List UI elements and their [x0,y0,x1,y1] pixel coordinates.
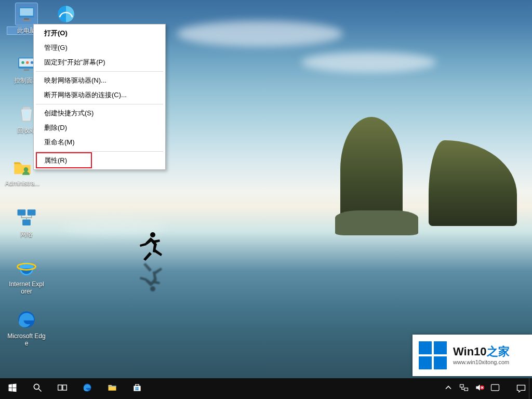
wallpaper-runner-reflection [135,262,166,294]
taskbar-search-button[interactable] [25,378,50,399]
svg-point-21 [34,384,39,389]
tray-ime-button[interactable] [487,378,503,399]
tray-vol-button[interactable] [472,378,487,399]
volume-muted-icon [474,382,485,395]
taskview-icon [57,382,68,395]
svg-rect-5 [22,20,31,21]
context-menu-item[interactable]: 断开网络驱动器的连接(C)... [35,88,164,102]
watermark-brand: Win10之家 [453,345,510,357]
taskbar-edge-button[interactable] [75,378,100,399]
taskbar-store-button[interactable] [125,378,150,399]
windows-icon [7,382,18,395]
svg-rect-13 [23,107,30,109]
chevron-up-icon [443,382,454,395]
action-center-icon[interactable] [513,378,529,399]
svg-rect-3 [20,8,33,16]
userfolder-icon [11,156,33,178]
svg-point-10 [26,61,29,64]
desktop-icon-edge[interactable]: Microsoft Edge [7,309,46,347]
taskbar-explorer-button[interactable] [100,378,125,399]
svg-rect-4 [24,18,29,20]
show-desktop-button[interactable] [529,378,532,399]
wallpaper-rock [335,210,418,235]
svg-point-1 [150,286,155,291]
wallpaper-cloud [301,52,436,73]
context-menu-item[interactable]: 打开(O) [35,26,164,41]
desktop-icon-label: Internet Explorer [7,281,46,295]
ie-icon [16,257,37,278]
network-tray-icon [459,382,469,395]
svg-point-0 [150,232,155,237]
context-menu[interactable]: 打开(O)管理(G)固定到"开始"屏幕(P)映射网络驱动器(N)...断开网络驱… [33,24,166,170]
svg-rect-23 [63,385,66,390]
system-tray[interactable] [441,378,532,399]
context-menu-item[interactable]: 固定到"开始"屏幕(P) [35,55,164,70]
context-menu-item[interactable]: 重命名(M) [35,135,164,150]
desktop-icon-label: 网络 [7,231,46,238]
windows-logo-icon [419,341,447,369]
desktop-icon-label: Administra... [3,180,42,187]
ime-icon [490,382,500,395]
explorer-icon [107,382,117,395]
desktop[interactable]: 此电脑控制面板回收站Administra...网络Internet Explor… [0,0,532,399]
svg-rect-17 [22,220,31,225]
svg-rect-28 [491,384,499,391]
context-menu-item[interactable]: 属性(R) [35,153,164,168]
desktop-icon-label: Microsoft Edge [7,332,46,347]
qqbrowser-icon [55,3,77,25]
desktop-icon-network[interactable]: 网络 [7,207,46,238]
edge-icon [16,309,37,330]
svg-rect-15 [18,209,26,215]
svg-rect-16 [28,209,36,215]
context-menu-separator [36,104,163,104]
network-icon [16,207,37,229]
tray-chevron-button[interactable] [441,378,456,399]
wallpaper-runner [135,230,166,261]
desktop-icon-ie[interactable]: Internet Explorer [7,257,46,295]
taskbar-taskview-button[interactable] [50,378,75,399]
svg-rect-12 [24,70,30,71]
monitor-icon [16,3,37,25]
watermark-url: www.win10xitong.com [453,360,510,366]
watermark-card: Win10之家 www.win10xitong.com [413,335,532,376]
tray-net-button[interactable] [456,378,472,399]
context-menu-item[interactable]: 删除(D) [35,121,164,135]
context-menu-separator [36,151,163,152]
wallpaper-cloud [177,21,343,47]
svg-rect-25 [460,384,464,387]
taskbar[interactable] [0,378,532,399]
context-menu-item[interactable]: 管理(G) [35,41,164,55]
store-icon [132,382,142,395]
svg-point-9 [21,61,24,64]
svg-rect-22 [58,385,62,390]
svg-rect-26 [464,388,468,391]
context-menu-item[interactable]: 创建快捷方式(S) [35,106,164,121]
wallpaper-rock [429,140,517,226]
context-menu-separator [36,71,163,72]
svg-point-14 [24,167,29,172]
taskbar-start-button[interactable] [0,378,25,399]
edge-icon [82,382,92,395]
search-icon [32,382,43,395]
context-menu-item[interactable]: 映射网络驱动器(N)... [35,73,164,88]
